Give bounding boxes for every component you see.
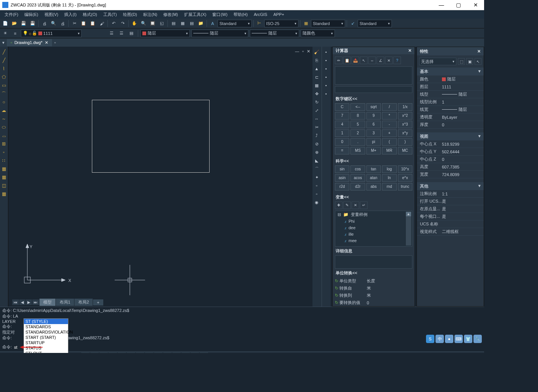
autocomplete-item[interactable]: START (START) xyxy=(24,335,68,340)
close-button[interactable]: ✕ xyxy=(467,0,484,10)
mleaderstyle-dropdown[interactable]: Standard▾ xyxy=(358,20,392,27)
property-row[interactable]: 在原点显...是 xyxy=(417,205,484,213)
var-item[interactable]: 𝑥mee xyxy=(335,238,412,244)
panel-close-icon[interactable]: ✕ xyxy=(477,49,481,54)
copy-obj-icon[interactable]: ⎘ xyxy=(312,57,321,64)
ime-punct-icon[interactable]: ● xyxy=(445,335,453,343)
grid-toggle[interactable]: ▦ xyxy=(90,353,99,353)
var-item[interactable]: 𝑥Phi xyxy=(335,218,412,225)
calc-angle-icon[interactable]: ∠ xyxy=(377,57,384,64)
tool-icon-3[interactable]: ▤ xyxy=(188,19,196,28)
calc-key-x2[interactable]: x^2 xyxy=(398,112,412,120)
dimstyle-icon[interactable]: ⊢ xyxy=(255,19,263,28)
calc-key-6[interactable]: 6 xyxy=(366,121,381,128)
conv-row[interactable]: ↻转换自米 xyxy=(333,285,415,292)
stretch-icon[interactable]: ↔ xyxy=(312,115,321,123)
ime-skin-icon[interactable]: 👕 xyxy=(464,335,472,343)
command-window[interactable]: 命令: C:\Users\admin\AppData\Local\Temp\Dr… xyxy=(0,307,484,351)
menu-tools[interactable]: 工具(T) xyxy=(100,12,120,17)
tablestyle-dropdown[interactable]: Standard▾ xyxy=(311,20,345,27)
new-tab-icon[interactable]: ▫ xyxy=(52,40,58,45)
order1-icon[interactable]: ▪ xyxy=(322,48,330,56)
snap-toggle[interactable]: ▦ xyxy=(81,353,90,353)
hatch-icon[interactable]: ▦ xyxy=(0,165,8,173)
conv-row[interactable]: ↻单位类型长度 xyxy=(333,277,415,285)
polygon-icon[interactable]: ⬠ xyxy=(0,73,8,81)
zoomext-icon[interactable]: ◱ xyxy=(158,19,166,28)
explode-icon[interactable]: ✦ xyxy=(312,173,321,181)
tab-add[interactable]: + xyxy=(93,299,103,305)
line-icon[interactable]: ╱ xyxy=(0,48,8,56)
property-row[interactable]: 注释比例1:1 xyxy=(417,190,484,198)
polar-toggle[interactable]: ✦ xyxy=(109,353,117,353)
cut-icon[interactable]: ✂ xyxy=(70,19,79,28)
redo-icon[interactable]: ↷ xyxy=(118,19,127,28)
autocomplete-item[interactable]: STANDARDS xyxy=(24,324,68,329)
calc-key-8[interactable]: 8 xyxy=(350,112,365,120)
order6-icon[interactable]: ▪ xyxy=(322,90,330,98)
textstyle-icon[interactable]: A xyxy=(208,19,217,28)
erase-icon[interactable]: 🧹 xyxy=(312,48,321,56)
var-item[interactable]: 𝑥nee xyxy=(335,244,412,247)
quickselect-icon[interactable]: ⬚ xyxy=(458,58,465,65)
ellipsearc-icon[interactable]: ⌓ xyxy=(0,132,8,139)
tab-model[interactable]: 模型 xyxy=(39,299,55,306)
close-icon[interactable]: ✕ xyxy=(45,40,48,45)
menu-arcgis[interactable]: ArcGIS xyxy=(251,12,270,17)
tab-next-icon[interactable]: ▶ xyxy=(26,299,32,305)
property-row[interactable]: 透明度ByLayer xyxy=(417,113,484,121)
calc-key-sin[interactable]: sin xyxy=(335,165,349,173)
model-toggle[interactable]: ▫ xyxy=(163,353,172,353)
calc-key-r2d[interactable]: r2d xyxy=(335,183,349,190)
variables-section-header[interactable]: 变量<< xyxy=(333,193,415,202)
table-icon[interactable]: ▦ xyxy=(0,190,8,198)
viewport-close-icon[interactable]: ✕ xyxy=(307,49,310,54)
numeric-section-header[interactable]: 数字键区<< xyxy=(333,94,415,103)
dyn-toggle[interactable]: ⊕ xyxy=(145,353,153,353)
order4-icon[interactable]: ▪ xyxy=(322,73,330,81)
tab-first-icon[interactable]: ⏮ xyxy=(12,299,19,305)
trim-icon[interactable]: ✂ xyxy=(312,123,321,131)
calc-key-MS[interactable]: MS xyxy=(350,147,365,154)
tab-last-icon[interactable]: ⏭ xyxy=(32,299,39,305)
tool-icon-4[interactable]: 📁 xyxy=(197,19,205,28)
calc-key-[interactable]: * xyxy=(382,112,396,120)
extend-icon[interactable]: ⤴ xyxy=(312,132,321,139)
calc-key-asin[interactable]: asin xyxy=(335,174,349,182)
ime-kb-icon[interactable]: ⌨ xyxy=(454,335,463,343)
tab-layout1[interactable]: 布局1 xyxy=(56,299,74,306)
conv-row[interactable]: ↻要转换的值0 xyxy=(333,299,415,306)
var-item[interactable]: 𝑥dee xyxy=(335,225,412,231)
var-del-icon[interactable]: ✕ xyxy=(352,202,359,209)
viewport-minimize-icon[interactable]: — xyxy=(295,49,299,54)
calc-key-cos[interactable]: cos xyxy=(350,165,365,173)
calc-key-atan[interactable]: atan xyxy=(366,174,381,182)
calc-key-log[interactable]: log xyxy=(382,165,396,173)
revcloud-icon[interactable]: ☁ xyxy=(0,107,8,114)
calc-key-[interactable]: ) xyxy=(398,138,412,146)
arc-icon[interactable]: ⌒ xyxy=(0,90,8,98)
calc-key-[interactable]: . xyxy=(350,138,365,146)
dimstyle-dropdown[interactable]: ISO-25▾ xyxy=(264,20,298,27)
point-icon[interactable]: ∷ xyxy=(0,157,8,164)
misc1-toggle[interactable]: ▫ xyxy=(172,353,181,353)
tool-a-icon[interactable]: ▫ xyxy=(312,182,321,189)
calc-key-2[interactable]: 2 xyxy=(350,129,365,137)
misc2-toggle[interactable]: ▫ xyxy=(181,353,190,353)
calc-key-1[interactable]: 1 xyxy=(335,129,349,137)
circle-icon[interactable]: ○ xyxy=(0,98,8,106)
calc-clear-icon[interactable]: ✏ xyxy=(335,57,342,64)
misc4-toggle[interactable]: ▫ xyxy=(200,353,208,353)
property-row[interactable]: 宽度724.8099 xyxy=(417,171,484,178)
calc-getpt-icon[interactable]: ↖ xyxy=(360,57,368,64)
spline-icon[interactable]: ～ xyxy=(0,115,8,123)
menu-draw[interactable]: 绘图(D) xyxy=(120,12,140,17)
doctab-drawing1[interactable]: ▫ Drawing1.dwg* ✕ xyxy=(7,39,52,46)
section-other[interactable]: 其他▾ xyxy=(417,182,484,190)
var-send-icon[interactable]: ↵ xyxy=(360,202,368,209)
calc-paste-icon[interactable]: 📥 xyxy=(352,57,359,64)
calc-key-3[interactable]: 3 xyxy=(366,129,381,137)
color-dropdown[interactable]: 随层▾ xyxy=(140,30,190,37)
property-row[interactable]: 颜色 随层 xyxy=(417,76,484,83)
join-icon[interactable]: ⊕ xyxy=(312,148,321,156)
